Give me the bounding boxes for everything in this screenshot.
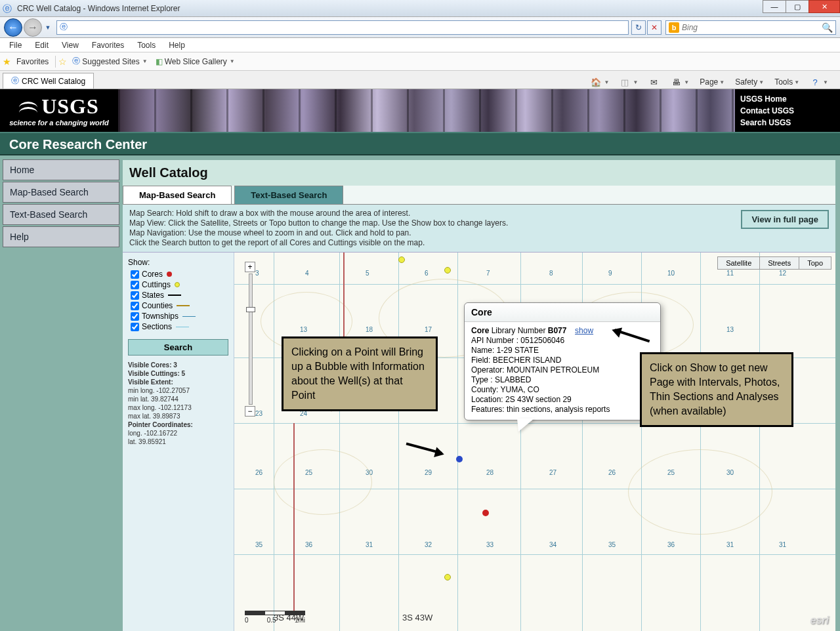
layer-checkbox[interactable] — [131, 270, 139, 279]
stop-button[interactable]: ✕ — [647, 20, 662, 35]
menu-edit[interactable]: Edit — [28, 39, 55, 51]
menu-tools[interactable]: Tools — [131, 39, 162, 51]
map-canvas[interactable]: 3 4 5 6 7 8 9 10 11 12 13 18 17 13 23 24… — [234, 253, 835, 631]
menu-favorites[interactable]: Favorites — [85, 39, 131, 51]
usgs-search-link[interactable]: Search USGS — [740, 117, 835, 129]
sidebar-item-help[interactable]: Help — [3, 226, 119, 247]
search-button[interactable]: Search — [128, 339, 228, 356]
ie-mini-icon: ⓔ — [72, 56, 80, 67]
left-sidebar: Home Map-Based Search Text-Based Search … — [0, 155, 122, 631]
bing-icon: b — [669, 22, 679, 33]
view-full-page-button[interactable]: View in full page — [741, 210, 829, 229]
cutting-marker[interactable] — [444, 574, 451, 580]
help-button[interactable]: ?▼ — [806, 75, 832, 89]
main-area: Home Map-Based Search Text-Based Search … — [0, 155, 840, 631]
content-pane: Well Catalog Map-Based Search Text-Based… — [122, 159, 836, 631]
favorites-button[interactable]: Favorites — [12, 56, 52, 68]
layer-counties[interactable]: Counties — [131, 301, 228, 310]
minimize-button[interactable]: — — [763, 0, 786, 13]
rss-icon: ◫ — [620, 77, 630, 87]
nav-bar: ← → ▼ ⓔ ↻ ✕ b 🔍 — [0, 17, 840, 38]
chevron-down-icon: ▼ — [230, 58, 235, 64]
show-link[interactable]: show — [575, 326, 593, 335]
search-box[interactable]: b 🔍 — [665, 20, 836, 35]
browser-tab[interactable]: ⓔ CRC Well Catalog — [3, 73, 94, 89]
layer-townships[interactable]: Townships — [131, 312, 228, 321]
mode-topo[interactable]: Topo — [799, 256, 831, 270]
forward-button[interactable]: → — [24, 18, 42, 37]
layer-sections[interactable]: Sections — [131, 322, 228, 331]
usgs-wave-icon — [19, 99, 37, 115]
zoom-thumb[interactable] — [246, 307, 255, 312]
browser-tab-bar: ⓔ CRC Well Catalog 🏠▼ ◫▼ ✉ 🖶▼ Page▼ Safe… — [0, 71, 840, 89]
back-button[interactable]: ← — [4, 18, 22, 37]
search-go-icon[interactable]: 🔍 — [822, 22, 833, 33]
mode-streets[interactable]: Streets — [759, 256, 799, 270]
layer-cuttings[interactable]: Cuttings — [131, 280, 228, 289]
instruction-line: Click the Search button to get the repor… — [129, 238, 829, 248]
cutting-marker[interactable] — [444, 267, 451, 274]
add-favorite-icon[interactable]: ☆ — [58, 56, 67, 67]
print-button[interactable]: 🖶▼ — [667, 75, 693, 89]
zoom-track[interactable] — [249, 274, 253, 405]
zoom-in-button[interactable]: + — [245, 262, 255, 272]
usgs-home-link[interactable]: USGS Home — [740, 93, 835, 105]
map-mode-switch: Satellite Streets Topo — [718, 256, 831, 270]
web-slice-gallery[interactable]: ◧ Web Slice Gallery ▼ — [152, 56, 239, 68]
menu-view[interactable]: View — [55, 39, 85, 51]
counties-swatch-icon — [177, 305, 190, 306]
rock-banner-image — [118, 89, 735, 132]
refresh-button[interactable]: ↻ — [631, 20, 646, 35]
annotation-callout: Clicking on a Point will Bring up a Bubb… — [282, 336, 438, 411]
home-button[interactable]: 🏠▼ — [587, 75, 613, 89]
usgs-logo: USGS science for a changing world — [0, 89, 118, 132]
window-titlebar: ⓔ CRC Well Catalog - Windows Internet Ex… — [0, 0, 840, 17]
slice-icon: ◧ — [156, 57, 163, 66]
maximize-button[interactable]: ▢ — [786, 0, 809, 13]
favorites-bar: ★ Favorites ☆ ⓔ Suggested Sites ▼ ◧ Web … — [0, 52, 840, 71]
zoom-slider[interactable]: + − — [245, 262, 257, 419]
sidebar-item-mapsearch[interactable]: Map-Based Search — [3, 182, 119, 203]
sidebar-item-home[interactable]: Home — [3, 159, 119, 180]
instruction-line: Map View: Click the Satellite, Streets o… — [129, 218, 829, 228]
layer-checkbox[interactable] — [131, 302, 139, 310]
tab-text-search[interactable]: Text-Based Search — [234, 186, 343, 204]
layer-checkbox[interactable] — [131, 323, 139, 331]
page-menu[interactable]: Page▼ — [696, 76, 728, 88]
well-info-popup: Core Core Library Number B077 show API N… — [464, 302, 661, 420]
layer-checkbox[interactable] — [131, 281, 139, 289]
mail-button[interactable]: ✉ — [644, 75, 664, 89]
zoom-out-button[interactable]: − — [245, 406, 255, 417]
tools-menu[interactable]: Tools▼ — [770, 76, 803, 88]
chevron-down-icon: ▼ — [142, 58, 148, 64]
cutting-marker[interactable] — [398, 256, 405, 263]
search-input[interactable] — [682, 23, 819, 32]
suggested-sites[interactable]: ⓔ Suggested Sites ▼ — [68, 54, 151, 68]
ie-icon: ⓔ — [3, 3, 13, 14]
print-icon: 🖶 — [671, 77, 681, 87]
page-icon: ⓔ — [60, 22, 68, 33]
nav-history-dropdown[interactable]: ▼ — [43, 22, 52, 33]
mode-satellite[interactable]: Satellite — [717, 256, 760, 270]
cuttings-swatch-icon — [175, 282, 180, 287]
layer-checkbox[interactable] — [131, 312, 139, 321]
show-label: Show: — [128, 258, 228, 267]
tab-map-search[interactable]: Map-Based Search — [123, 186, 232, 204]
menu-file[interactable]: File — [3, 39, 28, 51]
close-button[interactable]: ✕ — [808, 0, 840, 13]
layer-checkbox[interactable] — [131, 291, 139, 300]
sidebar-item-textsearch[interactable]: Text-Based Search — [3, 204, 119, 225]
esri-logo: esri — [810, 615, 829, 626]
feeds-button[interactable]: ◫▼ — [616, 75, 642, 89]
layer-cores[interactable]: Cores — [131, 270, 228, 279]
selected-marker[interactable] — [456, 456, 463, 462]
window-title: CRC Well Catalog - Windows Internet Expl… — [17, 4, 180, 13]
safety-menu[interactable]: Safety▼ — [731, 76, 768, 88]
instructions-panel: Map Search: Hold shift to draw a box wit… — [123, 205, 835, 253]
address-bar[interactable]: ⓔ — [56, 20, 629, 35]
menu-help[interactable]: Help — [162, 39, 192, 51]
layer-states[interactable]: States — [131, 291, 228, 300]
township-label: 3S 43W — [402, 613, 432, 622]
core-marker[interactable] — [482, 510, 489, 516]
usgs-contact-link[interactable]: Contact USGS — [740, 105, 835, 117]
